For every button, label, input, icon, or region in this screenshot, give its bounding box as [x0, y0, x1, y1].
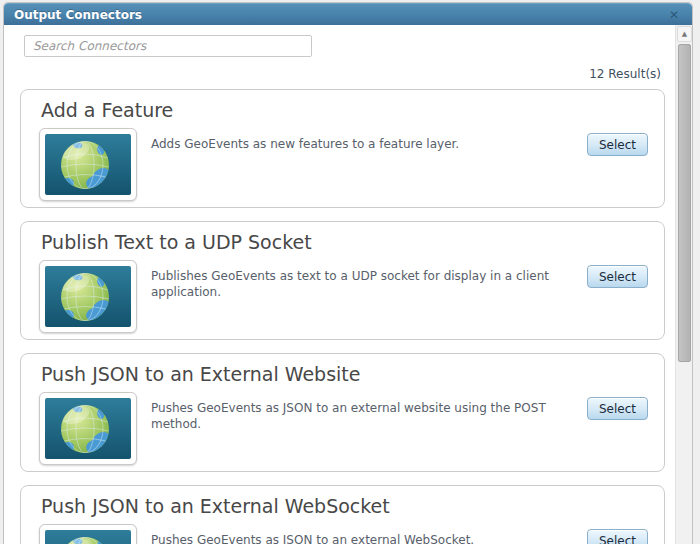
connector-description: Pushes GeoEvents as JSON to an external … — [137, 524, 587, 544]
search-input[interactable] — [24, 35, 312, 57]
globe-icon — [45, 266, 131, 327]
connector-card: Add a Feature — [20, 89, 665, 208]
dialog-titlebar: Output Connectors ✕ — [4, 3, 692, 25]
connector-description: Publishes GeoEvents as text to a UDP soc… — [137, 260, 587, 300]
globe-icon — [45, 530, 131, 544]
connector-description: Adds GeoEvents as new features to a feat… — [137, 128, 587, 152]
select-button[interactable]: Select — [587, 529, 648, 544]
scrollbar-thumb[interactable] — [678, 44, 691, 362]
connector-thumbnail — [39, 392, 137, 465]
dialog-title: Output Connectors — [14, 8, 142, 22]
select-button[interactable]: Select — [587, 133, 648, 156]
globe-icon — [45, 134, 131, 195]
connector-thumbnail — [39, 260, 137, 333]
scroll-up-icon[interactable]: ▲ — [677, 26, 692, 42]
select-button[interactable]: Select — [587, 397, 648, 420]
connector-thumbnail — [39, 128, 137, 201]
output-connectors-dialog: Output Connectors ✕ 12 Result(s) Add a F… — [3, 2, 693, 544]
connector-title: Add a Feature — [39, 96, 648, 128]
connector-title: Push JSON to an External WebSocket — [39, 492, 648, 524]
close-icon[interactable]: ✕ — [666, 7, 682, 23]
vertical-scrollbar[interactable]: ▲ — [675, 25, 692, 544]
select-button[interactable]: Select — [587, 265, 648, 288]
connector-title: Push JSON to an External Website — [39, 360, 648, 392]
results-count: 12 Result(s) — [20, 57, 665, 89]
globe-icon — [45, 398, 131, 459]
connector-description: Pushes GeoEvents as JSON to an external … — [137, 392, 587, 432]
connector-thumbnail — [39, 524, 137, 544]
connector-title: Publish Text to a UDP Socket — [39, 228, 648, 260]
connector-card: Push JSON to an External WebSocket — [20, 485, 665, 544]
connector-card: Push JSON to an External Website — [20, 353, 665, 472]
dialog-content: 12 Result(s) Add a Feature — [4, 25, 675, 544]
connector-card: Publish Text to a UDP Socket — [20, 221, 665, 340]
